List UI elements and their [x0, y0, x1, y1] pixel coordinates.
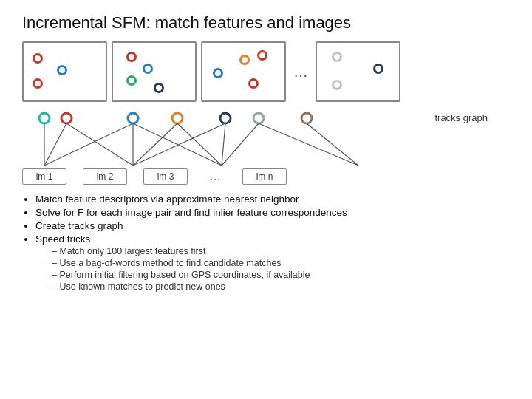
image-label-1: im 1 — [22, 168, 66, 185]
image-box-3 — [201, 41, 286, 102]
image-label-2: im 2 — [83, 168, 127, 185]
svg-line-8 — [44, 123, 66, 166]
circle — [126, 52, 137, 62]
svg-line-19 — [307, 123, 358, 166]
image-box-1 — [22, 41, 107, 102]
page-title: Incremental SFM: match features and imag… — [22, 13, 510, 33]
bullet-list: Match feature descriptors via approximat… — [35, 194, 510, 292]
sub-bullet-2: Use a bag-of-words method to find candid… — [52, 258, 510, 268]
bullet-3: Create tracks graph — [35, 220, 510, 231]
svg-line-14 — [177, 123, 222, 166]
svg-line-10 — [44, 123, 133, 166]
circle — [213, 68, 223, 78]
ellipsis-2: … — [204, 170, 226, 183]
sub-bullet-1: Match only 100 largest features first — [52, 246, 510, 256]
circle — [143, 64, 153, 74]
sub-bullet-4: Use known matches to predict new ones — [52, 282, 510, 292]
circle — [257, 50, 267, 61]
svg-point-4 — [220, 113, 231, 123]
circle — [33, 78, 43, 89]
circle — [126, 75, 137, 86]
svg-point-0 — [39, 113, 50, 123]
tracks-section: tracks graph — [22, 105, 510, 186]
svg-point-6 — [301, 113, 312, 123]
svg-line-16 — [222, 123, 225, 166]
svg-line-13 — [133, 123, 177, 166]
image-box-2 — [112, 41, 197, 102]
circle — [332, 80, 342, 90]
svg-point-1 — [61, 113, 72, 123]
circle — [57, 65, 67, 75]
images-row: … — [22, 41, 510, 102]
image-box-n — [316, 41, 400, 102]
page: Incremental SFM: match features and imag… — [0, 0, 532, 399]
circle — [248, 78, 259, 89]
sub-bullet-3: Perform initial filtering based on GPS c… — [52, 270, 510, 280]
svg-line-18 — [259, 123, 358, 166]
circle — [33, 53, 43, 64]
circle — [154, 83, 164, 93]
svg-line-9 — [66, 123, 133, 166]
bullet-1: Match feature descriptors via approximat… — [35, 194, 510, 205]
circle — [373, 64, 383, 74]
circle — [239, 55, 250, 65]
svg-point-5 — [253, 113, 264, 123]
svg-point-2 — [128, 113, 138, 123]
circle — [332, 52, 342, 62]
bullet-4: Speed tricks Match only 100 largest feat… — [35, 233, 510, 292]
bullet-2: Solve for F for each image pair and find… — [35, 207, 510, 218]
svg-line-17 — [222, 123, 259, 166]
ellipsis-1: … — [293, 64, 308, 81]
svg-point-3 — [172, 113, 183, 123]
sub-list: Match only 100 largest features first Us… — [52, 246, 510, 292]
image-label-n: im n — [242, 168, 287, 185]
image-label-3: im 3 — [143, 168, 188, 185]
